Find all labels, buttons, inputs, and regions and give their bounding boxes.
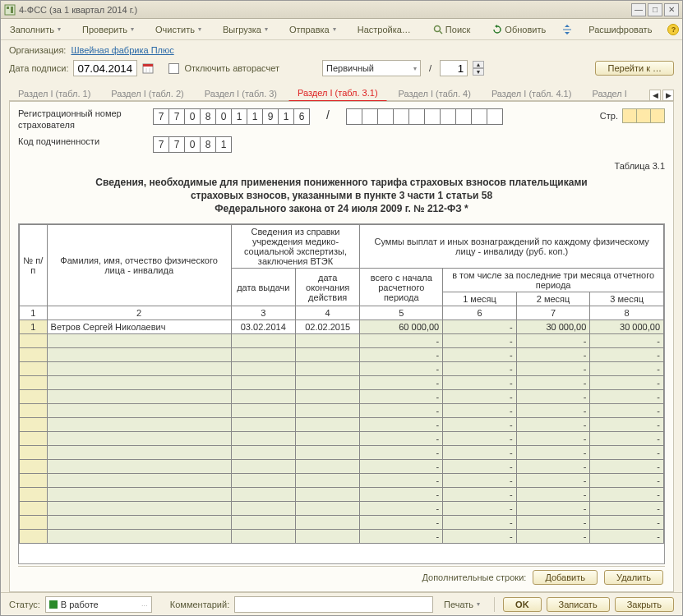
org-link[interactable]: Швейная фабрика Плюс [71,45,173,55]
table-row[interactable]: ---- [20,460,664,474]
col-number: 3 [231,306,295,320]
table-row[interactable]: ---- [20,502,664,516]
tab-scroll-right[interactable]: ▶ [662,90,674,101]
tab-5[interactable]: Раздел I (табл. 4.1) [482,85,581,101]
table-row[interactable]: ---- [20,418,664,432]
sub-label: Код подчиненности [18,136,141,148]
tab-2[interactable]: Раздел I (табл. 3) [196,85,286,101]
reg-label: Регистрационный номер страхователя [18,108,141,131]
reg-digit[interactable]: 7 [168,108,185,125]
table-row[interactable]: ---- [20,516,664,530]
decode-button[interactable]: Расшифровать [583,22,658,37]
tab-6[interactable]: Раздел I [583,85,635,101]
refresh-icon [491,24,503,35]
table-row[interactable]: ---- [20,474,664,488]
svg-line-4 [440,31,442,34]
col-number: 5 [360,306,443,320]
col-number: 6 [443,306,517,320]
add-row-button[interactable]: Добавить [533,570,598,585]
reg-digit[interactable]: 7 [153,108,169,125]
help-icon[interactable]: ? [667,24,679,35]
fill-button[interactable]: Заполнить [4,22,67,37]
app-icon [4,4,16,16]
window-title: 4-ФСС (за 1 квартал 2014 г.) [19,5,137,15]
export-button[interactable]: Выгрузка [217,22,274,37]
reg-digit[interactable]: 0 [184,108,201,125]
col-number: 2 [47,306,231,320]
close-button[interactable]: Закрыть [615,597,674,612]
table-row[interactable]: ---- [20,530,664,544]
check-button[interactable]: Проверить [76,22,140,37]
table-row[interactable]: ---- [20,376,664,390]
tab-3[interactable]: Раздел I (табл. 3.1) [288,85,387,101]
tab-scroll-left[interactable]: ◀ [649,90,661,101]
section-heading: Сведения, необходимые для применения пон… [18,176,665,216]
ok-button[interactable]: OK [503,597,542,612]
doc-type-select[interactable]: Первичный▾ [322,60,421,76]
corr-num-input[interactable] [440,60,468,76]
goto-button[interactable]: Перейти к … [595,61,674,76]
minimize-button[interactable]: — [631,3,646,16]
reg-digit[interactable]: 6 [293,108,310,125]
table-row[interactable]: ---- [20,348,664,362]
delete-row-button[interactable]: Удалить [604,570,663,585]
status-icon [49,600,58,609]
extra-rows-label: Дополнительные строки: [422,572,526,582]
send-button[interactable]: Отправка [284,22,342,37]
reg-digit[interactable]: 1 [231,108,247,125]
data-grid-scroll[interactable]: № п/п Фамилия, имя, отчество физического… [18,223,665,564]
col-total: всего с начала расчетного периода [360,269,443,306]
col-number: 1 [20,306,48,320]
page-label: Стр. [600,111,618,121]
reg-digit[interactable]: 1 [278,108,294,125]
tab-1[interactable]: Раздел I (табл. 2) [102,85,192,101]
reg-digit[interactable]: 0 [215,108,232,125]
col-num: № п/п [20,225,48,306]
tab-strip: Раздел I (табл. 1) Раздел I (табл. 2) Ра… [9,85,674,101]
settings-button[interactable]: Настройка… [352,22,417,37]
corr-num-spinner[interactable]: ▲▼ [473,61,484,76]
comment-input[interactable] [234,596,433,613]
sub-digit[interactable]: 0 [184,136,201,153]
reg-digit[interactable]: 8 [200,108,216,125]
clear-button[interactable]: Очистить [150,22,207,37]
footer-bar: Статус: В работе … Комментарий: Печать O… [1,592,682,615]
table-row[interactable]: 1Ветров Сергей Николаевич03.02.201402.02… [20,320,664,334]
autorecalc-checkbox[interactable] [168,63,179,74]
sub-digit[interactable]: 1 [215,136,232,153]
col-number: 7 [516,306,590,320]
table-row[interactable]: ---- [20,362,664,376]
table-row[interactable]: ---- [20,334,664,348]
reg-digit[interactable]: 1 [247,108,263,125]
calendar-icon[interactable] [142,62,154,74]
col-sums: Суммы выплат и иных вознаграждений по ка… [360,225,664,269]
col-number: 4 [295,306,359,320]
table-row[interactable]: ---- [20,488,664,502]
tab-4[interactable]: Раздел I (табл. 4) [390,85,480,101]
table-row[interactable]: ---- [20,390,664,404]
refresh-button[interactable]: Обновить [486,21,551,38]
save-button[interactable]: Записать [547,597,610,612]
close-window-button[interactable]: ✕ [664,3,679,16]
page-cells [623,108,665,123]
sub-digit[interactable]: 7 [153,136,169,153]
reg-digit[interactable]: 9 [262,108,279,125]
table-row[interactable]: ---- [20,404,664,418]
sub-digit[interactable]: 7 [168,136,185,153]
tab-0[interactable]: Раздел I (табл. 1) [9,85,99,101]
table-row[interactable]: ---- [20,446,664,460]
search-button[interactable]: Поиск [427,21,476,38]
col-date-issue: дата выдачи [231,269,295,306]
expand-icon[interactable] [561,24,573,35]
status-select[interactable]: В работе … [45,596,152,613]
table-row[interactable]: ---- [20,432,664,446]
maximize-button[interactable]: □ [648,3,662,16]
print-button[interactable]: Печать [438,597,486,612]
titlebar: 4-ФСС (за 1 квартал 2014 г.) — □ ✕ [1,1,682,19]
col-number: 8 [590,306,664,320]
col-cert: Сведения из справки учреждения медико-со… [231,225,360,269]
status-label: Статус: [9,600,40,609]
sub-digit[interactable]: 8 [200,136,216,153]
search-icon [432,24,444,35]
sign-date-input[interactable] [73,60,137,76]
